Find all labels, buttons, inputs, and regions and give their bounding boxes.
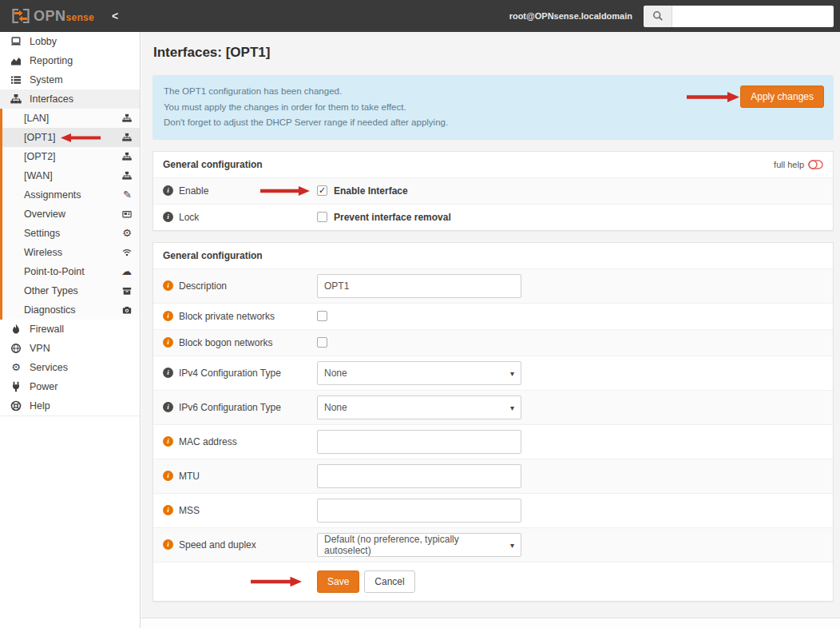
apply-changes-button[interactable]: Apply changes [740, 85, 824, 108]
page-title: Interfaces: [OPT1] [153, 45, 834, 61]
prevent-removal-checkbox[interactable] [317, 212, 327, 222]
info-icon[interactable] [163, 471, 173, 481]
form-actions-row: Save Cancel [153, 562, 833, 601]
block-bogon-checkbox[interactable] [317, 337, 327, 348]
sidebar-item-label: [LAN] [24, 113, 49, 124]
field-label: IPv4 Configuration Type [179, 368, 281, 379]
field-label: Speed and duplex [179, 539, 256, 550]
logged-in-user: root@OPNsense.localdomain [509, 11, 632, 21]
field-label: Enable [179, 185, 208, 197]
block-private-row: Block private networks [153, 303, 833, 329]
mss-input[interactable] [317, 499, 521, 523]
save-button[interactable]: Save [317, 570, 359, 593]
sidebar-item-lan[interactable]: [LAN] [2, 109, 140, 128]
sidebar-item-label: [WAN] [24, 170, 53, 181]
sidebar-item-help[interactable]: Help [0, 396, 140, 415]
speed-duplex-select[interactable]: Default (no preference, typically autose… [317, 533, 521, 557]
annotation-arrow-opt1 [61, 133, 101, 142]
sidebar-item-assignments[interactable]: Assignments ✎ [2, 185, 140, 205]
mss-row: MSS [153, 493, 833, 527]
sitemap-icon [122, 133, 132, 142]
ipv4-type-select[interactable]: None ▾ [317, 361, 521, 385]
sidebar-item-lobby[interactable]: Lobby [0, 32, 140, 51]
sidebar-item-system[interactable]: System [0, 70, 140, 89]
info-icon[interactable] [163, 280, 173, 291]
ipv6-type-row: IPv6 Configuration Type None ▾ [153, 390, 833, 424]
mtu-input[interactable] [317, 464, 521, 488]
description-row: Description [153, 268, 833, 303]
sidebar-item-label: Reporting [30, 55, 73, 66]
sidebar-item-wireless[interactable]: Wireless [2, 243, 140, 262]
selected-value: None [324, 368, 347, 379]
search-input[interactable] [672, 6, 834, 27]
sidebar-item-wan[interactable]: [WAN] [2, 166, 140, 185]
sidebar-item-label: Diagnostics [24, 304, 76, 316]
sidebar-item-other-types[interactable]: Other Types [2, 281, 140, 300]
info-icon[interactable] [163, 436, 173, 447]
sidebar-item-label: [OPT2] [24, 151, 56, 162]
general-configuration-panel-2: General configuration Description Block … [153, 242, 834, 602]
info-icon[interactable] [163, 212, 173, 222]
sidebar-item-label: [OPT1] [24, 132, 56, 143]
sidebar-item-interfaces[interactable]: Interfaces [0, 89, 140, 109]
sidebar-item-reporting[interactable]: Reporting [0, 51, 140, 70]
block-private-checkbox[interactable] [317, 311, 327, 321]
ipv6-type-select[interactable]: None ▾ [317, 395, 521, 419]
info-icon[interactable] [163, 185, 173, 196]
plug-icon [10, 381, 22, 392]
enable-interface-caption[interactable]: Enable Interface [334, 185, 408, 197]
sidebar-item-label: Firewall [30, 324, 64, 335]
info-icon[interactable] [163, 539, 173, 550]
life-ring-icon [10, 400, 22, 411]
selected-value: None [324, 402, 347, 413]
caret-down-icon: ▾ [510, 540, 514, 549]
info-icon[interactable] [163, 311, 173, 321]
cancel-button[interactable]: Cancel [364, 570, 414, 593]
sidebar-item-label: Other Types [24, 285, 78, 296]
sidebar-item-diagnostics[interactable]: Diagnostics [2, 300, 140, 320]
mac-address-input[interactable] [317, 430, 521, 454]
toggle-off-icon [808, 160, 823, 169]
field-label: Block bogon networks [179, 337, 272, 348]
prevent-removal-caption[interactable]: Prevent interface removal [334, 212, 451, 223]
sidebar-item-label: Point-to-Point [24, 266, 85, 277]
sidebar-item-label: Power [30, 381, 57, 392]
info-icon[interactable] [163, 402, 173, 412]
fire-icon [10, 324, 22, 335]
sidebar-item-overview[interactable]: Overview [2, 205, 140, 224]
sidebar-item-vpn[interactable]: VPN [0, 339, 140, 358]
info-icon[interactable] [163, 368, 173, 378]
top-header: OPNsense < root@OPNsense.localdomain [0, 0, 840, 32]
sidebar-item-opt1[interactable]: [OPT1] [2, 128, 140, 147]
mac-address-row: MAC address [153, 424, 833, 459]
description-input[interactable] [317, 274, 521, 298]
info-icon[interactable] [163, 337, 173, 348]
global-search [644, 6, 834, 27]
speed-duplex-row: Speed and duplex Default (no preference,… [153, 527, 833, 562]
field-label: MAC address [179, 436, 237, 447]
info-icon[interactable] [163, 505, 173, 515]
cloud-icon: ☁ [121, 266, 132, 277]
wifi-icon [122, 248, 132, 257]
sidebar-item-settings[interactable]: Settings ⚙ [2, 224, 140, 243]
lock-row: Lock Prevent interface removal [153, 204, 833, 230]
interfaces-submenu: [LAN] [OPT1] [OPT2] [WAN] Assignm [0, 109, 140, 320]
full-help-toggle[interactable]: full help [774, 160, 823, 169]
sidebar-item-services[interactable]: ⚙ Services [0, 358, 140, 377]
opnsense-logo[interactable]: OPNsense [11, 8, 94, 25]
sidebar-item-label: Assignments [24, 189, 81, 201]
area-chart-icon [10, 55, 22, 66]
enable-interface-checkbox[interactable]: ✓ [317, 185, 327, 196]
sidebar-item-point-to-point[interactable]: Point-to-Point ☁ [2, 262, 140, 281]
pencil-icon: ✎ [123, 189, 132, 201]
main-content: Interfaces: [OPT1] The OPT1 configuratio… [141, 32, 840, 628]
sidebar-item-power[interactable]: Power [0, 377, 140, 396]
opnsense-app: OPNsense < root@OPNsense.localdomain Lob… [0, 0, 840, 628]
gear-icon: ⚙ [10, 362, 22, 373]
sidebar-item-opt2[interactable]: [OPT2] [2, 147, 140, 166]
sidebar-collapse-toggle[interactable]: < [112, 10, 118, 22]
sidebar-item-label: Services [30, 362, 68, 373]
sidebar-item-label: VPN [30, 343, 50, 354]
sidebar-item-firewall[interactable]: Firewall [0, 320, 140, 339]
newspaper-icon [122, 209, 132, 219]
